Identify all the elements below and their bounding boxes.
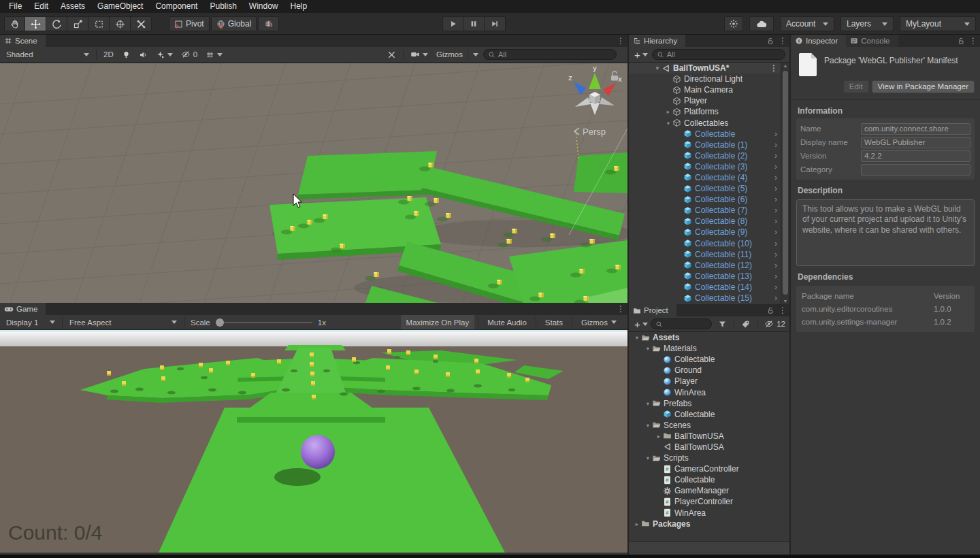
- field-value-input[interactable]: WebGL Publisher: [861, 137, 970, 148]
- expanded-arrow-icon[interactable]: ▾: [644, 455, 652, 461]
- prefab-chevron[interactable]: ›: [774, 293, 777, 303]
- menu-assets[interactable]: Assets: [54, 0, 91, 13]
- move-tool-button[interactable]: [25, 16, 46, 31]
- project-search-input[interactable]: [651, 318, 713, 329]
- scene-camera-tools-button[interactable]: [384, 48, 399, 61]
- hand-tool-button[interactable]: [4, 16, 25, 31]
- scene-root-kebab[interactable]: ⋮: [770, 64, 778, 72]
- hierarchy-menu-kebab[interactable]: ⋮: [779, 37, 787, 45]
- expanded-arrow-icon[interactable]: ▾: [644, 400, 652, 407]
- field-value-input[interactable]: [861, 164, 970, 176]
- scrollbar-thumb[interactable]: [783, 71, 788, 295]
- game-viewport[interactable]: Count: 0/4: [0, 330, 627, 553]
- tree-item[interactable]: Collectable (2)›: [629, 150, 781, 161]
- tree-item[interactable]: #Collectable: [629, 474, 788, 485]
- expanded-arrow-icon[interactable]: ▾: [644, 345, 652, 352]
- tab-scene[interactable]: Scene: [0, 35, 46, 47]
- tree-item[interactable]: Collectable: [629, 354, 788, 365]
- tree-item[interactable]: Collectable (12)›: [629, 260, 781, 271]
- tab-game[interactable]: Game: [0, 303, 46, 315]
- hierarchy-search-input[interactable]: All: [652, 49, 785, 60]
- field-value-input[interactable]: com.unity.connect.share: [861, 123, 970, 135]
- tree-item[interactable]: #CameraController: [629, 463, 788, 474]
- tree-item[interactable]: BallTownUSA: [629, 442, 788, 453]
- project-add-button[interactable]: +: [632, 318, 649, 331]
- prefab-chevron[interactable]: ›: [774, 140, 777, 150]
- prefab-chevron[interactable]: ›: [774, 227, 777, 237]
- view-in-package-manager-button[interactable]: View in Package Manager: [872, 80, 975, 93]
- tree-item[interactable]: ▾Prefabs: [629, 398, 788, 409]
- mute-audio-toggle[interactable]: Mute Audio: [482, 315, 532, 329]
- tree-item[interactable]: Collectable (1)›: [629, 140, 781, 150]
- camera-settings-dropdown[interactable]: [407, 48, 431, 61]
- tree-item[interactable]: Collectable (4)›: [629, 172, 781, 183]
- prefab-chevron[interactable]: ›: [774, 129, 777, 139]
- menu-edit[interactable]: Edit: [28, 0, 54, 13]
- prefab-chevron[interactable]: ›: [774, 239, 777, 248]
- play-button[interactable]: [442, 16, 463, 31]
- tab-hierarchy[interactable]: Hierarchy: [629, 35, 685, 47]
- tree-item[interactable]: ▾Scenes: [629, 420, 788, 431]
- tree-item[interactable]: Collectable (9)›: [629, 227, 781, 237]
- tree-item[interactable]: Collectable (8)›: [629, 216, 781, 227]
- expanded-arrow-icon[interactable]: ▾: [633, 334, 641, 341]
- project-visibility-toggle[interactable]: 12: [761, 318, 787, 331]
- tree-item[interactable]: ▸Platforms: [629, 106, 781, 117]
- tree-item[interactable]: ▸Packages: [629, 519, 788, 529]
- tree-item[interactable]: WinArea: [629, 387, 788, 397]
- tree-item[interactable]: Collectable (7)›: [629, 205, 781, 216]
- prefab-chevron[interactable]: ›: [774, 282, 777, 292]
- hierarchy-scrollbar[interactable]: ▲ ▼: [781, 63, 789, 304]
- layout-dropdown[interactable]: MyLayout: [900, 16, 976, 31]
- custom-tool-button[interactable]: [131, 16, 152, 31]
- display-dropdown[interactable]: Display 1: [3, 316, 59, 329]
- menu-file[interactable]: File: [3, 0, 28, 13]
- scene-gizmos-dropdown[interactable]: Gizmos: [433, 48, 482, 61]
- collapsed-arrow-icon[interactable]: ▸: [655, 433, 663, 440]
- tree-item[interactable]: Collectable (6)›: [629, 194, 781, 205]
- tree-item[interactable]: Collectable: [629, 409, 788, 420]
- game-gizmos-dropdown[interactable]: Gizmos: [576, 315, 622, 329]
- scene-viewport[interactable]: y z x Persp: [0, 63, 627, 303]
- prefab-chevron[interactable]: ›: [774, 250, 777, 259]
- tree-item[interactable]: Directional Light: [629, 73, 781, 84]
- game-menu-kebab[interactable]: ⋮: [617, 305, 625, 313]
- prefab-chevron[interactable]: ›: [774, 206, 777, 215]
- scale-slider[interactable]: [216, 322, 312, 323]
- lighting-toggle[interactable]: [118, 48, 134, 61]
- scene-menu-kebab[interactable]: ⋮: [617, 37, 625, 45]
- tree-item[interactable]: Collectable (11)›: [629, 249, 781, 260]
- rotate-tool-button[interactable]: [46, 16, 67, 31]
- audio-toggle[interactable]: [135, 48, 151, 61]
- cloud-button[interactable]: [749, 16, 774, 31]
- search-by-type-button[interactable]: [715, 318, 730, 331]
- project-menu-kebab[interactable]: ⋮: [779, 306, 787, 314]
- prefab-chevron[interactable]: ›: [774, 272, 777, 281]
- tab-inspector[interactable]: Inspector: [791, 35, 846, 47]
- tree-item[interactable]: ▾Assets: [629, 332, 788, 343]
- tree-item[interactable]: Collectable›: [629, 129, 781, 140]
- tree-item[interactable]: Collectable (14)›: [629, 282, 781, 293]
- expanded-arrow-icon[interactable]: ▾: [664, 120, 672, 127]
- 2d-toggle[interactable]: 2D: [100, 48, 117, 61]
- pivot-toggle[interactable]: Pivot: [169, 16, 210, 31]
- tree-item[interactable]: ▾Materials: [629, 343, 788, 354]
- stats-toggle[interactable]: Stats: [540, 315, 568, 329]
- lock-icon[interactable]: [766, 306, 774, 314]
- prefab-chevron[interactable]: ›: [774, 151, 777, 161]
- prefab-chevron[interactable]: ›: [774, 216, 777, 226]
- hierarchy-add-button[interactable]: +: [632, 48, 649, 61]
- scene-visibility-toggle[interactable]: 0: [178, 48, 201, 61]
- grid-snap-button[interactable]: [258, 16, 279, 31]
- layers-dropdown[interactable]: Layers: [840, 16, 894, 31]
- tree-item[interactable]: Collectable (5)›: [629, 183, 781, 194]
- tree-item[interactable]: Player: [629, 95, 781, 106]
- aspect-ratio-dropdown[interactable]: Free Aspect: [66, 316, 180, 329]
- tree-item[interactable]: ▸BallTownUSA: [629, 431, 788, 442]
- global-toggle[interactable]: Global: [211, 16, 257, 31]
- prefab-chevron[interactable]: ›: [774, 195, 777, 204]
- search-by-label-button[interactable]: [738, 318, 753, 331]
- scale-tool-button[interactable]: [67, 16, 88, 31]
- menu-gameobject[interactable]: GameObject: [91, 0, 149, 13]
- tree-item[interactable]: #WinArea: [629, 508, 788, 519]
